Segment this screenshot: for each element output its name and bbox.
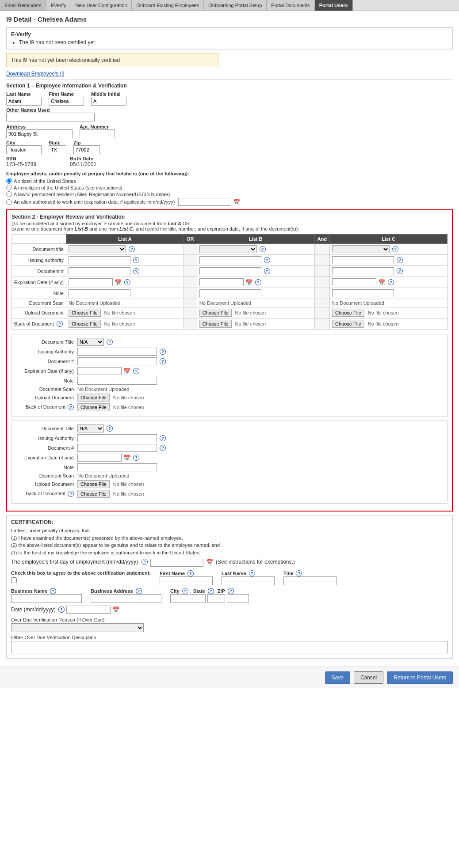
cert-bizaddr-help[interactable]: ? — [136, 588, 142, 594]
cert-state-help[interactable]: ? — [208, 588, 214, 594]
sub2-doc-title-select[interactable]: N/A — [77, 425, 104, 432]
cert-city[interactable] — [170, 594, 206, 603]
cert-zip-help[interactable]: ? — [228, 588, 234, 594]
list-b-docnum-help[interactable]: ? — [264, 268, 270, 274]
back-doc-help[interactable]: ? — [57, 321, 63, 327]
cert-last-name[interactable] — [222, 576, 275, 585]
list-b-issuing-auth[interactable] — [199, 256, 261, 264]
list-a-issuing-auth[interactable] — [69, 256, 130, 264]
sub1-issuing-help[interactable]: ? — [160, 349, 166, 355]
save-button[interactable]: Save — [325, 671, 350, 684]
zip-input[interactable] — [73, 145, 100, 154]
list-c-exp-help[interactable]: ? — [388, 279, 394, 285]
cert-bizname-help[interactable]: ? — [50, 588, 56, 594]
cert-title-help[interactable]: ? — [296, 570, 302, 576]
download-link[interactable]: Download Employee's I9 — [6, 71, 453, 77]
sub1-doc-title-select[interactable]: N/A — [77, 338, 104, 346]
employment-date-input[interactable] — [150, 559, 203, 567]
list-b-back-btn[interactable]: Choose File — [199, 320, 232, 328]
tab-portal-users[interactable]: Portal Users — [315, 0, 353, 11]
cert-first-name[interactable] — [160, 576, 213, 585]
sub1-back-btn[interactable]: Choose File — [77, 403, 110, 411]
sub1-doc-title-help[interactable]: ? — [107, 339, 113, 345]
list-a-upload-btn[interactable]: Choose File — [69, 309, 101, 317]
tab-everify[interactable]: EVerify — [46, 0, 71, 11]
option-alien[interactable]: An alien authorized to work until (expir… — [6, 198, 453, 206]
alien-expiration-input[interactable] — [178, 198, 231, 206]
tab-email-reminders[interactable]: Email Reminders — [0, 0, 46, 11]
sub2-back-help[interactable]: ? — [68, 491, 74, 497]
option-permanent-resident[interactable]: A lawful permanent resident (Alien Regis… — [6, 191, 453, 197]
sub1-exp-date[interactable] — [77, 367, 122, 375]
list-c-note[interactable] — [332, 289, 394, 297]
address-input[interactable] — [6, 129, 73, 138]
sub2-doc-num[interactable] — [77, 444, 157, 452]
state-input[interactable] — [49, 145, 66, 154]
cancel-button[interactable]: Cancel — [354, 671, 383, 684]
list-a-doc-title[interactable] — [69, 245, 126, 253]
list-b-calendar-icon[interactable]: 📅 — [245, 279, 252, 286]
other-over-due-textarea[interactable] — [11, 641, 448, 653]
cert-date[interactable] — [66, 606, 111, 614]
apt-number-input[interactable] — [80, 129, 115, 138]
other-names-input[interactable] — [6, 113, 95, 121]
list-a-issuing-help[interactable]: ? — [133, 257, 139, 263]
calendar-icon[interactable]: 📅 — [233, 199, 240, 205]
tab-portal-documents[interactable]: Portal Documents — [267, 0, 314, 11]
cert-lastname-help[interactable]: ? — [249, 570, 255, 576]
list-b-exp-date[interactable] — [199, 278, 244, 286]
list-b-upload-btn[interactable]: Choose File — [199, 309, 232, 317]
option-citizen[interactable]: A citizen of the United States — [6, 178, 453, 184]
cert-date-help[interactable]: ? — [58, 606, 65, 613]
sub1-back-help[interactable]: ? — [68, 404, 74, 410]
list-c-issuing-auth[interactable] — [332, 256, 394, 264]
list-b-doc-title-help[interactable]: ? — [260, 246, 266, 252]
tab-onboard-existing[interactable]: Onboard Existing Employees — [132, 0, 204, 11]
tab-onboarding-portal[interactable]: Onboarding Portal Setup — [204, 0, 267, 11]
list-b-doc-title[interactable] — [199, 245, 257, 253]
sub2-note[interactable] — [77, 463, 157, 471]
list-c-back-btn[interactable]: Choose File — [332, 320, 364, 328]
cert-state[interactable] — [207, 594, 225, 603]
cert-biz-addr[interactable] — [91, 594, 161, 603]
sub2-issuing-help[interactable]: ? — [160, 435, 166, 441]
first-name-input[interactable] — [49, 97, 84, 106]
list-b-exp-help[interactable]: ? — [255, 279, 261, 285]
cert-title[interactable] — [283, 576, 337, 585]
sub2-exp-help[interactable]: ? — [133, 455, 139, 461]
sub1-exp-help[interactable]: ? — [133, 368, 139, 374]
cert-firstname-help[interactable]: ? — [187, 570, 194, 576]
list-a-docnum-help[interactable]: ? — [133, 268, 139, 274]
cert-zip[interactable] — [227, 594, 249, 603]
sub2-docnum-help[interactable]: ? — [160, 445, 166, 451]
city-input[interactable] — [6, 145, 42, 154]
over-due-select[interactable] — [11, 623, 144, 632]
list-c-upload-btn[interactable]: Choose File — [332, 309, 364, 317]
list-c-doc-num[interactable] — [332, 267, 394, 275]
sub1-note[interactable] — [77, 377, 157, 385]
list-c-issuing-help[interactable]: ? — [397, 257, 403, 263]
sub1-upload-btn[interactable]: Choose File — [77, 394, 110, 402]
sub1-issuing-auth[interactable] — [77, 348, 157, 356]
tab-new-user-config[interactable]: New User Configuration — [71, 0, 132, 11]
list-b-note[interactable] — [199, 289, 261, 297]
list-c-exp-date[interactable] — [332, 278, 376, 286]
sub2-doc-title-help[interactable]: ? — [107, 425, 113, 432]
list-c-doc-title-help[interactable]: ? — [392, 246, 398, 252]
sub1-docnum-help[interactable]: ? — [160, 358, 166, 364]
list-b-issuing-help[interactable]: ? — [264, 257, 270, 263]
sub1-calendar-icon[interactable]: 📅 — [123, 368, 130, 375]
certification-checkbox[interactable] — [11, 577, 17, 583]
list-a-doc-num[interactable] — [69, 267, 130, 275]
list-c-doc-title[interactable] — [332, 245, 390, 253]
list-a-exp-date[interactable] — [69, 278, 113, 286]
sub2-upload-btn[interactable]: Choose File — [77, 480, 110, 488]
sub2-exp-date[interactable] — [77, 454, 122, 462]
list-c-docnum-help[interactable]: ? — [397, 268, 403, 274]
employment-date-calendar[interactable]: 📅 — [206, 559, 213, 565]
sub2-back-btn[interactable]: Choose File — [77, 490, 110, 498]
cert-city-help[interactable]: ? — [182, 588, 188, 594]
sub2-issuing-auth[interactable] — [77, 434, 157, 442]
option-noncitizen[interactable]: A noncitizen of the United States (see i… — [6, 185, 453, 190]
list-a-note[interactable] — [69, 289, 130, 297]
